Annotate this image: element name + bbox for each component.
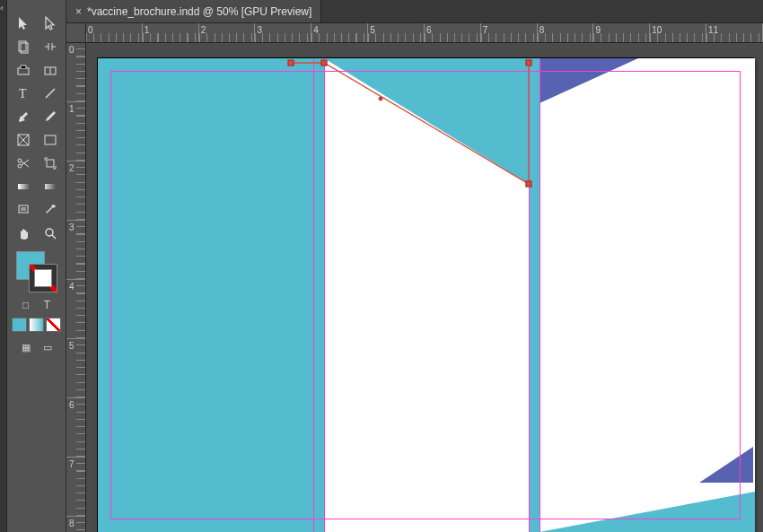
note-tool[interactable]	[11, 199, 36, 221]
ruler-tick-label: 6	[426, 25, 432, 35]
eyedropper-tool[interactable]	[38, 199, 63, 221]
ruler-tick: 0	[66, 43, 85, 102]
svg-rect-12	[47, 160, 54, 167]
hand-tool[interactable]	[11, 222, 36, 244]
ruler-tick: 11	[706, 23, 763, 42]
line-tool[interactable]	[38, 83, 63, 104]
pasteboard[interactable]	[86, 43, 763, 532]
ruler-tick-label: 7	[69, 459, 75, 469]
document-tab-title: *vaccine_brochure.indd @ 50% [GPU Previe…	[87, 5, 311, 18]
ruler-tick: 5	[368, 23, 425, 42]
direct-selection-tool[interactable]	[38, 13, 63, 34]
vertical-ruler[interactable]: 012345678	[66, 43, 86, 532]
pencil-tool[interactable]	[38, 106, 63, 127]
ruler-tick-label: 4	[313, 25, 319, 35]
selection-tool[interactable]	[11, 13, 36, 34]
svg-rect-14	[45, 184, 56, 189]
page-spread[interactable]	[97, 57, 754, 532]
ruler-tick-label: 11	[708, 25, 718, 35]
direction-point[interactable]	[379, 97, 383, 101]
ruler-tick: 8	[538, 23, 594, 42]
ruler-tick-label: 1	[145, 25, 150, 35]
ruler-tick: 3	[66, 221, 85, 280]
svg-text:T: T	[19, 87, 27, 100]
panel-collapse-strip[interactable]: ‹‹	[0, 0, 7, 532]
ruler-tick: 5	[66, 339, 85, 398]
rectangle-frame-tool[interactable]	[11, 129, 36, 151]
anchor-point[interactable]	[321, 60, 328, 66]
page-tool[interactable]	[11, 36, 36, 57]
svg-line-17	[52, 235, 56, 239]
ruler-tick-label: 5	[370, 25, 375, 35]
svg-point-16	[46, 229, 53, 236]
preview-mode[interactable]: ▭	[39, 339, 57, 355]
ruler-tick-label: 10	[652, 25, 662, 35]
ruler-tick-label: 4	[69, 282, 75, 292]
ruler-tick-label: 7	[483, 25, 488, 35]
ruler-tick: 6	[66, 398, 85, 458]
ruler-tick: 4	[311, 23, 368, 42]
zoom-tool[interactable]	[38, 222, 63, 244]
apply-none[interactable]	[46, 318, 61, 332]
normal-view-mode[interactable]: ▦	[17, 339, 35, 355]
pen-tool[interactable]	[11, 106, 36, 127]
ruler-tick-label: 1	[69, 104, 75, 114]
ruler-tick: 1	[143, 23, 199, 42]
anchor-point[interactable]	[526, 181, 532, 188]
ruler-tick-label: 3	[257, 25, 262, 35]
apply-color[interactable]	[12, 318, 27, 332]
gradient-feather-tool[interactable]	[38, 176, 63, 197]
formatting-text[interactable]: T	[39, 298, 57, 312]
ruler-tick: 7	[66, 458, 85, 517]
selected-path[interactable]	[291, 58, 560, 202]
svg-rect-13	[18, 184, 29, 189]
ruler-tick-label: 8	[539, 25, 545, 35]
svg-point-11	[18, 164, 22, 168]
ruler-tick: 9	[593, 23, 650, 42]
ruler-tick: 3	[255, 23, 311, 42]
ruler-tick-label: 3	[69, 222, 75, 232]
free-transform-tool[interactable]	[38, 153, 63, 174]
scissors-tool[interactable]	[11, 153, 36, 174]
svg-rect-2	[18, 68, 29, 74]
gradient-swatch-tool[interactable]	[11, 176, 36, 197]
ruler-tick: 7	[481, 23, 538, 42]
ruler-tick-label: 8	[69, 519, 75, 528]
document-area: × *vaccine_brochure.indd @ 50% [GPU Prev…	[66, 0, 763, 532]
horizontal-ruler[interactable]: 01234567891011	[86, 23, 763, 43]
content-collector-tool[interactable]	[11, 59, 36, 81]
close-tab-button[interactable]: ×	[75, 5, 82, 18]
ruler-tick: 2	[66, 161, 85, 221]
ruler-tick-label: 6	[69, 400, 75, 410]
ruler-tick-label: 5	[69, 341, 75, 351]
chevron-left-icon: ‹‹	[0, 4, 2, 13]
apply-gradient[interactable]	[29, 318, 44, 332]
ruler-tick: 6	[425, 23, 481, 42]
ruler-tick: 4	[66, 280, 85, 339]
formatting-container[interactable]: □	[17, 298, 35, 312]
canvas[interactable]: 01234567891011 012345678	[66, 23, 763, 532]
svg-rect-9	[45, 135, 56, 144]
gap-tool[interactable]	[38, 36, 63, 57]
document-tab[interactable]: × *vaccine_brochure.indd @ 50% [GPU Prev…	[66, 0, 321, 22]
svg-line-5	[46, 89, 55, 98]
ruler-tick-label: 2	[69, 163, 75, 173]
ruler-origin[interactable]	[66, 23, 86, 43]
ruler-tick-label: 0	[69, 45, 75, 55]
ruler-tick: 1	[66, 102, 85, 161]
svg-point-10	[18, 159, 22, 162]
ruler-tick-label: 0	[88, 25, 93, 35]
document-tab-bar: × *vaccine_brochure.indd @ 50% [GPU Prev…	[66, 0, 763, 23]
ruler-tick-label: 2	[201, 25, 206, 35]
anchor-point[interactable]	[288, 60, 294, 66]
content-placer-tool[interactable]	[38, 59, 63, 81]
rectangle-tool[interactable]	[38, 129, 63, 151]
ruler-tick: 8	[66, 517, 85, 532]
ruler-tick: 2	[199, 23, 256, 42]
svg-rect-15	[19, 205, 28, 213]
type-tool[interactable]: T	[11, 83, 36, 104]
fill-stroke-swatch[interactable]	[16, 251, 57, 292]
stroke-swatch[interactable]	[29, 264, 57, 292]
none-indicator-icon	[30, 265, 57, 292]
anchor-point[interactable]	[526, 60, 532, 66]
